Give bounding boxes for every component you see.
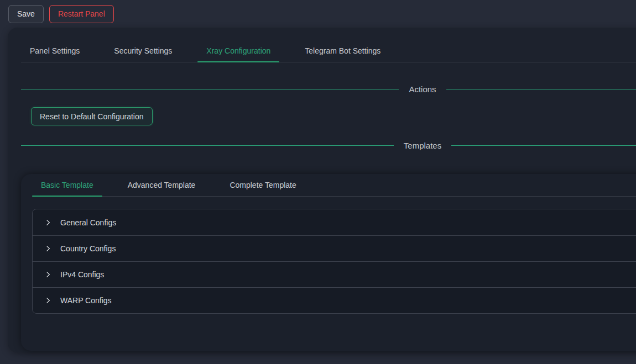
tab-basic-template[interactable]: Basic Template (32, 174, 102, 196)
chevron-right-icon (45, 297, 51, 304)
collapse-ipv4-configs[interactable]: IPv4 Configs (33, 261, 636, 287)
save-button[interactable]: Save (8, 5, 44, 23)
settings-card: Panel Settings Security Settings Xray Co… (8, 28, 636, 352)
tab-security-settings[interactable]: Security Settings (105, 40, 181, 62)
tab-telegram-bot-settings[interactable]: Telegram Bot Settings (296, 40, 389, 62)
tab-panel-settings[interactable]: Panel Settings (21, 40, 88, 62)
tab-advanced-template[interactable]: Advanced Template (119, 174, 205, 196)
top-action-bar: Save Restart Panel (0, 0, 636, 28)
actions-section-title: Actions (399, 85, 446, 94)
restart-panel-button[interactable]: Restart Panel (49, 5, 114, 23)
templates-divider: Templates (21, 141, 636, 150)
collapse-warp-configs[interactable]: WARP Configs (33, 287, 636, 313)
settings-tab-bar: Panel Settings Security Settings Xray Co… (21, 40, 636, 62)
chevron-right-icon (45, 271, 51, 278)
active-tab-indicator (197, 61, 279, 62)
collapse-country-configs[interactable]: Country Configs (33, 235, 636, 261)
templates-section-title: Templates (394, 141, 451, 150)
actions-divider: Actions (21, 85, 636, 94)
tab-complete-template[interactable]: Complete Template (221, 174, 305, 196)
reset-default-configuration-button[interactable]: Reset to Default Configuration (31, 107, 153, 125)
divider-line (446, 89, 636, 89)
tab-basic-template-label: Basic Template (41, 181, 93, 189)
configs-collapse-group: General Configs Country Configs IPv4 Con… (32, 209, 636, 314)
templates-card: Basic Template Advanced Template Complet… (21, 174, 636, 351)
active-tab-indicator (32, 196, 102, 197)
collapse-header-label: General Configs (60, 218, 116, 227)
divider-line (21, 145, 394, 146)
divider-line (451, 145, 636, 146)
divider-line (21, 89, 399, 89)
tab-xray-configuration[interactable]: Xray Configuration (197, 40, 279, 62)
collapse-header-label: Country Configs (60, 244, 116, 253)
tab-xray-configuration-label: Xray Configuration (206, 46, 270, 55)
collapse-header-label: IPv4 Configs (60, 270, 104, 279)
collapse-general-configs[interactable]: General Configs (33, 209, 636, 235)
chevron-right-icon (45, 245, 51, 252)
collapse-header-label: WARP Configs (60, 296, 112, 305)
chevron-right-icon (45, 219, 51, 226)
template-tab-bar: Basic Template Advanced Template Complet… (32, 174, 636, 197)
